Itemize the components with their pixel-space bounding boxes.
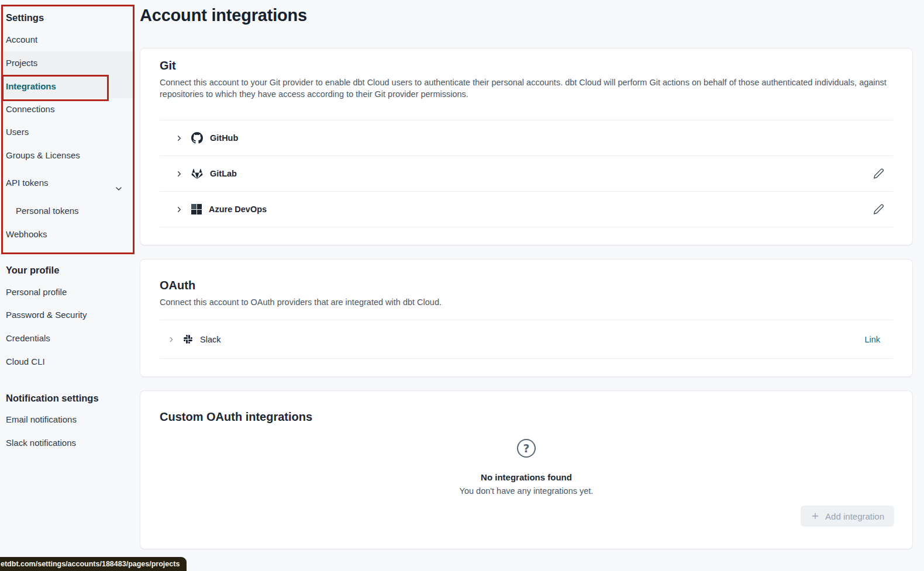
empty-state-subtitle: You don't have any integrations yet. <box>160 485 893 497</box>
sidebar-item-email-notifications[interactable]: Email notifications <box>0 408 135 431</box>
sidebar-item-cloud-cli[interactable]: Cloud CLI <box>0 350 135 373</box>
add-integration-label: Add integration <box>825 511 884 521</box>
gitlab-icon <box>191 168 203 179</box>
git-provider-row-github[interactable]: GitHub <box>160 120 893 155</box>
chevron-right-icon[interactable] <box>175 134 184 143</box>
sidebar-item-projects[interactable]: Projects <box>0 51 135 75</box>
sidebar-item-credentials[interactable]: Credentials <box>0 327 135 350</box>
sidebar-item-personal-profile[interactable]: Personal profile <box>0 281 135 304</box>
edit-pencil-icon[interactable] <box>871 166 887 182</box>
custom-oauth-section-heading: Custom OAuth integrations <box>160 409 893 424</box>
provider-name: Azure DevOps <box>209 205 267 214</box>
sidebar-heading-your-profile: Your profile <box>6 258 59 282</box>
git-provider-row-gitlab[interactable]: GitLab <box>160 155 893 191</box>
question-circle-icon: ? <box>517 439 536 458</box>
sidebar-item-webhooks[interactable]: Webhooks <box>0 223 135 246</box>
sidebar-item-personal-tokens[interactable]: Personal tokens <box>0 199 135 223</box>
sidebar-item-integrations[interactable]: Integrations <box>0 75 135 98</box>
git-provider-row-azure-devops[interactable]: Azure DevOps <box>160 191 893 227</box>
sidebar-item-connections[interactable]: Connections <box>0 98 135 121</box>
oauth-provider-row-slack[interactable]: Slack Link <box>160 320 893 358</box>
sidebar-item-users[interactable]: Users <box>0 120 135 144</box>
github-icon <box>191 132 203 144</box>
page-title: Account integrations <box>140 4 307 27</box>
oauth-section-heading: OAuth <box>160 278 893 293</box>
settings-sidebar: Settings Account Projects Integrations C… <box>0 0 135 571</box>
git-section-description: Connect this account to your Git provide… <box>160 77 893 100</box>
git-section-heading: Git <box>160 58 893 73</box>
sidebar-heading-notification-settings: Notification settings <box>6 386 99 410</box>
edit-pencil-icon[interactable] <box>871 202 887 217</box>
custom-oauth-section-card: Custom OAuth integrations ? No integrati… <box>140 390 913 549</box>
chevron-right-icon[interactable] <box>175 169 184 178</box>
git-section-card: Git Connect this account to your Git pro… <box>140 48 913 245</box>
empty-state-title: No integrations found <box>160 472 893 483</box>
oauth-section-card: OAuth Connect this account to OAuth prov… <box>140 259 913 377</box>
slack-icon <box>183 334 193 344</box>
plus-icon <box>811 511 820 521</box>
provider-name: GitHub <box>210 133 238 143</box>
provider-name: Slack <box>200 335 220 344</box>
sidebar-item-label: API tokens <box>6 178 49 188</box>
link-preview-status-bar: etdbt.com/settings/accounts/188483/pages… <box>0 557 187 571</box>
azure-devops-icon <box>191 204 202 214</box>
provider-name: GitLab <box>210 169 237 178</box>
slack-link-action[interactable]: Link <box>864 335 880 344</box>
empty-state: ? No integrations found You don't have a… <box>160 439 893 497</box>
sidebar-item-api-tokens[interactable]: API tokens <box>0 171 135 195</box>
chevron-right-icon[interactable] <box>167 335 175 344</box>
sidebar-item-password-security[interactable]: Password & Security <box>0 303 135 327</box>
oauth-provider-list: Slack Link <box>160 320 893 359</box>
sidebar-item-groups-licenses[interactable]: Groups & Licenses <box>0 144 135 167</box>
chevron-right-icon[interactable] <box>175 205 184 214</box>
sidebar-heading-settings: Settings <box>6 6 44 29</box>
add-integration-button[interactable]: Add integration <box>801 506 894 527</box>
sidebar-item-account[interactable]: Account <box>0 28 135 51</box>
sidebar-item-slack-notifications[interactable]: Slack notifications <box>0 431 135 455</box>
oauth-section-description: Connect this account to OAuth providers … <box>160 296 893 308</box>
chevron-down-icon <box>114 179 123 202</box>
git-provider-list: GitHub GitLab Azure DevOps <box>160 120 893 227</box>
